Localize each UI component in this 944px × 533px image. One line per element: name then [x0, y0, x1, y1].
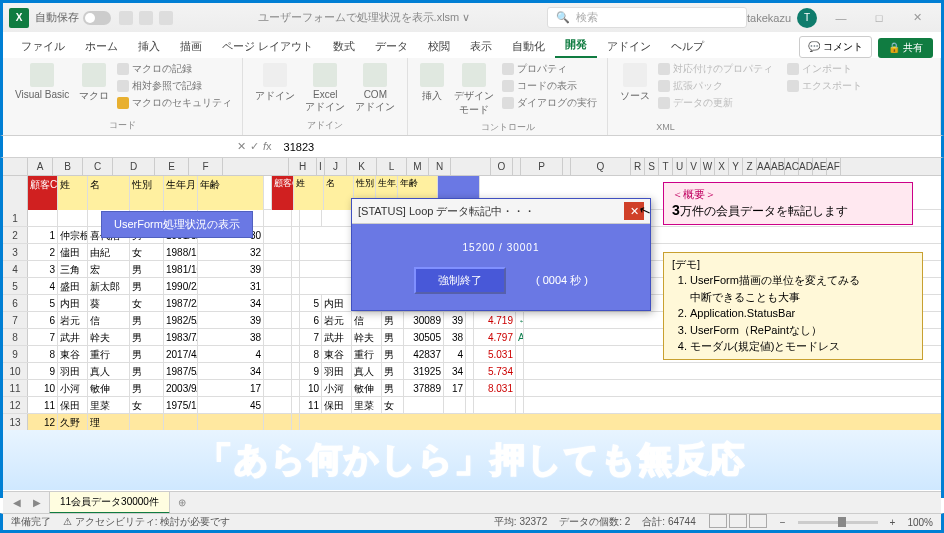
cell[interactable]: 男 [130, 329, 164, 345]
cell[interactable]: 42837 [404, 346, 444, 362]
userform-show-button[interactable]: UserForm処理状況の表示 [101, 211, 253, 238]
cell[interactable] [322, 210, 352, 226]
ribbon-tab[interactable]: 描画 [170, 35, 212, 58]
cell[interactable]: 信 [88, 312, 130, 328]
column-header[interactable]: AA [757, 158, 771, 175]
view-code[interactable]: コードの表示 [500, 78, 599, 94]
view-mode-icons[interactable] [708, 514, 768, 530]
run-dialog[interactable]: ダイアログの実行 [500, 95, 599, 111]
cell[interactable] [292, 261, 300, 277]
cell[interactable]: 8 [300, 346, 322, 362]
ribbon-tab[interactable]: 表示 [460, 35, 502, 58]
cell[interactable]: 敏伸 [88, 380, 130, 396]
cell[interactable]: 4 [198, 346, 264, 362]
cell[interactable] [292, 414, 300, 430]
cell[interactable]: 岩元 [58, 312, 88, 328]
cell[interactable] [300, 210, 322, 226]
ribbon-tab[interactable]: 校閲 [418, 35, 460, 58]
cell[interactable] [466, 363, 474, 379]
cell[interactable]: 4.797 [474, 329, 516, 345]
cell[interactable]: 儘田 [58, 244, 88, 260]
cell[interactable]: 男 [382, 363, 404, 379]
visual-basic-button[interactable]: Visual Basic [11, 61, 73, 111]
ribbon-tab[interactable]: 開発 [555, 33, 597, 58]
cell[interactable]: 男 [130, 261, 164, 277]
cell[interactable]: 3 [28, 261, 58, 277]
cell[interactable]: 8.031 [474, 380, 516, 396]
cell[interactable]: 東谷 [58, 346, 88, 362]
cell[interactable]: 31 [198, 278, 264, 294]
cell[interactable]: 男 [130, 363, 164, 379]
cell[interactable]: 男 [382, 329, 404, 345]
cell[interactable] [466, 329, 474, 345]
ribbon-tab[interactable]: ファイル [11, 35, 75, 58]
cell[interactable]: 5.031 [474, 346, 516, 362]
cell[interactable] [292, 278, 300, 294]
column-header[interactable]: F [189, 158, 223, 175]
cell[interactable]: 1987/5/28 [164, 363, 198, 379]
cell[interactable]: 4 [444, 346, 466, 362]
column-header[interactable]: W [701, 158, 715, 175]
cell[interactable]: 31925 [404, 363, 444, 379]
cell[interactable]: 内田 [58, 295, 88, 311]
cell[interactable]: 東谷 [322, 346, 352, 362]
column-header[interactable]: AD [799, 158, 813, 175]
cell[interactable] [292, 227, 300, 243]
cell[interactable]: 4 [28, 278, 58, 294]
cell[interactable] [264, 363, 292, 379]
column-header[interactable]: M [407, 158, 429, 175]
cell[interactable]: 武井 [322, 329, 352, 345]
cell[interactable]: 羽田 [322, 363, 352, 379]
cell[interactable]: 39 [198, 261, 264, 277]
column-header[interactable]: K [347, 158, 377, 175]
cell[interactable]: 重行 [352, 346, 382, 362]
cell[interactable] [264, 210, 292, 226]
cell[interactable]: 5.734 [474, 363, 516, 379]
cell[interactable]: 38 [198, 329, 264, 345]
cell[interactable] [264, 295, 292, 311]
user-account[interactable]: takekazu T [747, 8, 817, 28]
table-header[interactable]: 顧客CD [272, 176, 294, 210]
table-header[interactable]: 生年月日 [164, 176, 198, 210]
cell[interactable]: 三角 [58, 261, 88, 277]
ribbon-tab[interactable]: データ [365, 35, 418, 58]
table-header[interactable]: 名 [88, 176, 130, 210]
cell[interactable]: 小河 [58, 380, 88, 396]
cell[interactable]: 39 [444, 312, 466, 328]
cell[interactable] [516, 380, 524, 396]
ribbon-tab[interactable]: ヘルプ [661, 35, 714, 58]
qat-redo-icon[interactable] [159, 11, 173, 25]
cell[interactable]: 32 [198, 244, 264, 260]
autosave-toggle[interactable] [83, 11, 111, 25]
cell[interactable]: 10 [28, 380, 58, 396]
excel-addins-button[interactable]: Excel アドイン [301, 61, 349, 116]
cell[interactable]: 11 [28, 397, 58, 413]
column-header[interactable]: S [645, 158, 659, 175]
ribbon-tab[interactable]: 挿入 [128, 35, 170, 58]
column-header[interactable]: P [521, 158, 563, 175]
cell[interactable]: 10 [300, 380, 322, 396]
column-header[interactable]: V [687, 158, 701, 175]
close-button[interactable]: ✕ [899, 6, 935, 30]
column-header[interactable]: Z [743, 158, 757, 175]
column-header[interactable] [223, 158, 289, 175]
cell[interactable] [130, 414, 164, 430]
cell[interactable]: 11 [300, 397, 322, 413]
cell[interactable] [264, 244, 292, 260]
cell[interactable] [292, 329, 300, 345]
relative-ref[interactable]: 相対参照で記録 [115, 78, 234, 94]
cell[interactable]: Application.StatusBar [516, 329, 524, 345]
zoom-level[interactable]: 100% [907, 517, 933, 528]
cell[interactable]: 34 [198, 363, 264, 379]
cell[interactable] [264, 312, 292, 328]
qat-undo-icon[interactable] [139, 11, 153, 25]
cell[interactable]: 男 [382, 380, 404, 396]
insert-control-button[interactable]: 挿入 [416, 61, 448, 119]
cell[interactable] [264, 278, 292, 294]
cell[interactable] [292, 244, 300, 260]
cell[interactable]: 小河 [322, 380, 352, 396]
cell[interactable] [516, 346, 524, 362]
record-macro[interactable]: マクロの記録 [115, 61, 234, 77]
table-header[interactable]: 名 [324, 176, 354, 210]
macro-security[interactable]: マクロのセキュリティ [115, 95, 234, 111]
